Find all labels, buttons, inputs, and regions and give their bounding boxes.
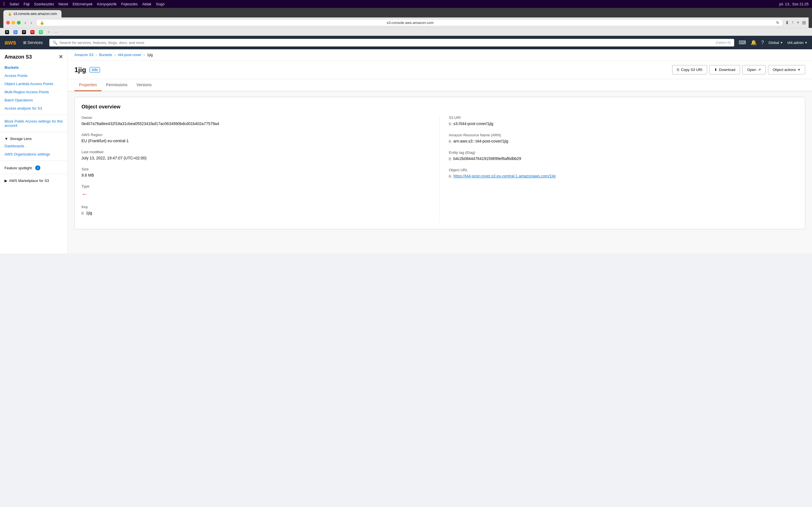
sidebar-item-access-points[interactable]: Access Points (0, 71, 67, 80)
copy-s3-uri-button[interactable]: ⎘ Copy S3 URI (672, 65, 707, 74)
search-icon: 🔍 (53, 41, 57, 45)
toolbar-icons: ⬇ ↑ + ⊞ (785, 20, 806, 25)
help-icon[interactable]: ? (761, 40, 764, 46)
bell-icon[interactable]: 🔔 (751, 40, 757, 46)
content-area: Amazon S3 › Buckets › t44-post-cover › 1… (68, 49, 812, 253)
lock-icon: 🔒 (40, 20, 44, 25)
menu-file[interactable]: Fájl (24, 2, 30, 6)
address-bar[interactable]: 🔒 s3.console.aws.amazon.com ↻ (36, 19, 783, 26)
share-icon[interactable]: ↑ (792, 20, 794, 25)
sidebar-item-multi-region[interactable]: Multi-Region Access Points (0, 88, 67, 96)
sidebar-item-buckets[interactable]: Buckets (0, 63, 67, 71)
info-badge[interactable]: Info (89, 67, 100, 73)
menu-help[interactable]: Súgó (156, 2, 164, 6)
sidebar-item-dashboards[interactable]: Dashboards (0, 142, 67, 150)
external-link-icon: ↗ (758, 68, 761, 72)
field-type: Type ← (82, 184, 430, 198)
tab-properties[interactable]: Properties (74, 79, 101, 91)
arn-with-copy: ⎘ arn:aws:s3:::t44-post-cover/1jig (449, 139, 798, 144)
address-text: s3.console.aws.amazon.com (46, 20, 774, 25)
sidebar-item-batch[interactable]: Batch Operations (0, 96, 67, 104)
copy-icon: ⎘ (677, 68, 679, 72)
menu-develop[interactable]: Fejlesztés (121, 2, 138, 6)
forward-button[interactable]: › (29, 20, 34, 26)
sidebar: Amazon S3 ✕ Buckets Access Points Object… (0, 49, 68, 253)
menu-edit[interactable]: Szerkesztés (34, 2, 54, 6)
object-actions-button[interactable]: Object actions ▼ (768, 65, 805, 74)
grid-view-icon[interactable]: ⊞ (802, 20, 806, 25)
download-button[interactable]: ⬇ Download (709, 65, 740, 74)
sidebar-item-marketplace[interactable]: ▶ AWS Marketplace for S3 (0, 176, 67, 184)
sidebar-divider-2 (0, 132, 67, 132)
breadcrumb-s3[interactable]: Amazon S3 (74, 53, 93, 57)
grid-icon: ⊞ (23, 40, 27, 45)
arn-value: arn:aws:s3:::t44-post-cover/1jig (453, 139, 508, 144)
sidebar-item-feature-spotlight[interactable]: Feature spotlight 3 (0, 163, 67, 172)
bookmark-more[interactable]: ··· (53, 30, 59, 34)
tab-title: s3.console.aws.amazon.com (13, 12, 57, 16)
fullscreen-button[interactable] (17, 21, 20, 24)
bookmark-m2[interactable]: M (20, 30, 28, 35)
owner-value: 0e407a76a8ee432f18a31cbea0552341fad17ac0… (82, 121, 430, 126)
panel-title: Object overview (82, 104, 798, 110)
sidebar-item-block-public[interactable]: Block Public Access settings for this ac… (0, 117, 67, 129)
open-button[interactable]: Open ↗ (742, 65, 766, 74)
apple-menu[interactable]:  (3, 1, 5, 6)
s3-uri-copy-icon[interactable]: ⎘ (449, 122, 451, 126)
nav-buttons: ‹ › (23, 20, 34, 26)
menu-window[interactable]: Ablak (142, 2, 151, 6)
sidebar-close-button[interactable]: ✕ (59, 54, 63, 60)
etag-with-copy: ⎘ b4c2b0844476419159899ef6af6dbb29 (449, 156, 798, 161)
etag-copy-icon[interactable]: ⎘ (449, 157, 451, 161)
download-icon[interactable]: ⬇ (785, 20, 789, 25)
key-copy-icon[interactable]: ⎘ (82, 211, 84, 216)
sidebar-divider-3 (0, 161, 67, 161)
object-url-value[interactable]: https://t44-post-cover.s3.eu-central-1.a… (453, 174, 556, 178)
app-body: Amazon S3 ✕ Buckets Access Points Object… (0, 49, 812, 253)
arn-copy-icon[interactable]: ⎘ (449, 139, 451, 144)
user-menu[interactable]: t44.admin ▼ (788, 41, 808, 45)
services-button[interactable]: ⊞ Services (21, 39, 45, 46)
object-url-copy-icon[interactable]: ⎘ (449, 174, 451, 179)
tab-versions[interactable]: Versions (132, 79, 156, 91)
field-arn: Amazon Resource Name (ARN) ⎘ arn:aws:s3:… (449, 133, 798, 144)
close-button[interactable] (6, 21, 10, 24)
tab-permissions[interactable]: Permissions (101, 79, 132, 91)
reload-icon[interactable]: ↻ (776, 20, 779, 25)
key-label: Key (82, 205, 430, 209)
minimize-button[interactable] (11, 21, 15, 24)
object-url-label: Object URL (449, 168, 798, 172)
size-value: 9.6 MB (82, 173, 430, 177)
bookmark-g1[interactable]: G (12, 30, 19, 35)
back-button[interactable]: ‹ (23, 20, 28, 26)
bookmark-m3[interactable]: M (29, 30, 36, 35)
region-label: AWS Region (82, 133, 430, 137)
breadcrumb-sep-2: › (114, 53, 116, 57)
tabs: Properties Permissions Versions (68, 79, 812, 91)
traffic-lights (6, 21, 20, 24)
aws-search[interactable]: 🔍 Search for services, features, blogs, … (49, 39, 734, 47)
breadcrumb-buckets[interactable]: Buckets (99, 53, 112, 57)
key-with-copy: ⎘ 1jig (82, 211, 430, 216)
menu-history[interactable]: Előzmények (73, 2, 93, 6)
bookmarks-bar: M G M M W ☆ ··· (0, 28, 812, 36)
menu-safari[interactable]: Safari (10, 2, 19, 6)
sidebar-item-analyzer[interactable]: Access analyzer for S3 (0, 104, 67, 112)
bookmark-w1[interactable]: W (37, 30, 45, 35)
active-tab[interactable]: 🔒 s3.console.aws.amazon.com (3, 10, 61, 17)
bookmark-m1[interactable]: M (3, 30, 11, 35)
terminal-icon[interactable]: ⌨ (739, 40, 746, 46)
bookmark-star[interactable]: ☆ (46, 30, 52, 34)
add-tab-icon[interactable]: + (797, 20, 799, 25)
sidebar-item-object-lambda[interactable]: Object Lambda Access Points (0, 80, 67, 88)
sidebar-item-org-settings[interactable]: AWS Organizations settings (0, 150, 67, 158)
field-owner: Owner 0e407a76a8ee432f18a31cbea0552341fa… (82, 115, 430, 126)
sidebar-group-storage-lens[interactable]: ▼ Storage Lens (0, 134, 67, 142)
menu-view[interactable]: Nézet (59, 2, 68, 6)
global-selector[interactable]: Global ▼ (769, 41, 783, 45)
menu-bookmarks[interactable]: Könyvjelzők (97, 2, 116, 6)
field-aws-region: AWS Region EU (Frankfurt) eu-central-1 (82, 133, 430, 143)
object-header: 1jig Info ⎘ Copy S3 URI ⬇ Download Open … (68, 61, 812, 79)
overview-grid: Owner 0e407a76a8ee432f18a31cbea0552341fa… (82, 115, 798, 222)
breadcrumb-bucket[interactable]: t44-post-cover (118, 53, 141, 57)
